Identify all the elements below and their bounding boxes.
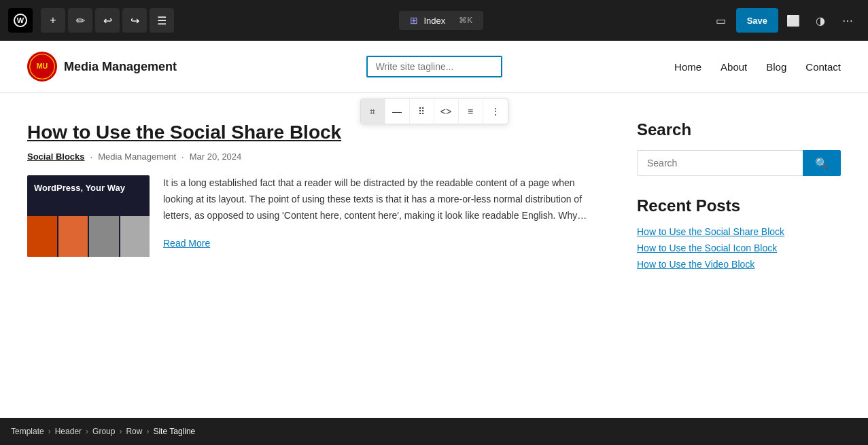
recent-post-link-3[interactable]: How to Use the Video Block	[637, 259, 841, 270]
breadcrumb-site-tagline[interactable]: Site Tagline	[153, 427, 195, 436]
breadcrumb-sep-3: ›	[119, 427, 122, 436]
breadcrumb-sep-1: ›	[48, 427, 51, 436]
read-more-link[interactable]: Read More	[163, 238, 210, 249]
block-toolbar-more[interactable]: ⋮	[483, 99, 508, 124]
breadcrumb-sep-4: ›	[146, 427, 149, 436]
breadcrumb-row[interactable]: Row	[126, 427, 142, 436]
thumb-swatch-1	[27, 216, 57, 257]
search-input[interactable]	[637, 150, 803, 176]
content-left: How to Use the Social Share Block Social…	[27, 120, 637, 431]
svg-text:MU: MU	[37, 62, 48, 70]
recent-posts-section: Recent Posts How to Use the Social Share…	[637, 196, 841, 270]
align-left-icon: —	[392, 106, 402, 117]
sidebar: Search 🔍 Recent Posts How to Use the Soc…	[637, 120, 841, 431]
nav-home[interactable]: Home	[674, 61, 701, 73]
layout-icon: ⊞	[410, 15, 418, 26]
thumb-swatch-2	[58, 216, 88, 257]
canvas: MU Media Management Home About Blog Cont…	[0, 41, 868, 445]
list-item: How to Use the Social Share Block	[637, 226, 841, 237]
breadcrumb-header[interactable]: Header	[55, 427, 82, 436]
meta-separator-2: ·	[181, 152, 184, 162]
site-tagline-input[interactable]	[366, 56, 502, 77]
undo-button[interactable]: ↩	[95, 8, 120, 33]
block-toolbar: ⌗ — ⠿ <> ≡ ⋮	[360, 99, 508, 124]
search-title: Search	[637, 120, 841, 139]
thumbnail-overlay	[27, 216, 150, 257]
more-icon: ⋯	[842, 14, 853, 27]
post-date: Mar 20, 2024	[190, 152, 242, 162]
post-category[interactable]: Social Blocks	[27, 152, 85, 162]
nav-contact[interactable]: Contact	[805, 61, 841, 73]
redo-icon: ↪	[131, 14, 139, 27]
nav-blog[interactable]: Blog	[766, 61, 786, 73]
search-button[interactable]: 🔍	[803, 150, 841, 176]
desktop-icon: ▭	[716, 14, 726, 27]
save-button[interactable]: Save	[736, 8, 778, 33]
breadcrumb-sep-2: ›	[86, 427, 88, 436]
site-header: MU Media Management Home About Blog Cont…	[0, 41, 868, 93]
thumbnail-text: WordPress, Your Way	[27, 175, 150, 201]
desktop-view-button[interactable]: ▭	[709, 8, 733, 33]
list-item: How to Use the Video Block	[637, 259, 841, 270]
logo-svg: MU	[29, 54, 55, 79]
post-meta: Social Blocks · Media Management · Mar 2…	[27, 152, 596, 162]
redo-button[interactable]: ↪	[122, 8, 147, 33]
text-align-icon: ≡	[468, 106, 473, 117]
undo-icon: ↩	[103, 14, 112, 27]
search-section: Search 🔍	[637, 120, 841, 176]
meta-separator: ·	[90, 152, 93, 162]
post-excerpt: It is a long established fact that a rea…	[163, 175, 596, 224]
tagline-wrapper	[366, 56, 502, 77]
menu-icon: ☰	[157, 14, 167, 27]
contrast-icon: ◑	[816, 14, 825, 27]
index-pill[interactable]: ⊞ Index ⌘K	[399, 11, 483, 30]
contrast-button[interactable]: ◑	[808, 8, 833, 33]
top-toolbar: + ✏ ↩ ↪ ☰ ⊞ Index ⌘K ▭ Save ⬜ ◑ ⋯	[0, 0, 868, 41]
site-nav: Home About Blog Contact	[674, 61, 841, 73]
block-toolbar-dots[interactable]: ⠿	[410, 99, 434, 124]
breadcrumb-bar: Template › Header › Group › Row › Site T…	[0, 418, 868, 445]
wp-logo-icon	[14, 14, 27, 27]
code-icon: <>	[440, 106, 451, 117]
dots-icon: ⠿	[418, 106, 425, 117]
list-item: How to Use the Social Icon Block	[637, 243, 841, 253]
block-toolbar-select[interactable]: ⌗	[361, 99, 385, 124]
post-author: Media Management	[98, 152, 176, 162]
block-toolbar-text-align[interactable]: ≡	[459, 99, 483, 124]
block-toolbar-align-left[interactable]: —	[385, 99, 410, 124]
post-thumbnail: WordPress, Your Way	[27, 175, 150, 257]
index-shortcut: ⌘K	[459, 16, 472, 25]
sidebar-icon: ⬜	[786, 14, 800, 27]
recent-posts-title: Recent Posts	[637, 196, 841, 215]
search-row: 🔍	[637, 150, 841, 176]
vertical-dots-icon: ⋮	[491, 106, 500, 117]
thumb-swatch-4	[120, 216, 150, 257]
search-icon: 🔍	[815, 157, 829, 170]
recent-posts-list: How to Use the Social Share Block How to…	[637, 226, 841, 270]
index-label: Index	[423, 16, 445, 26]
thumb-swatch-3	[89, 216, 119, 257]
recent-post-link-2[interactable]: How to Use the Social Icon Block	[637, 243, 841, 253]
toolbar-right: ▭ Save ⬜ ◑ ⋯	[709, 8, 860, 33]
site-logo-area: MU Media Management	[27, 52, 177, 82]
post-title[interactable]: How to Use the Social Share Block	[27, 120, 596, 145]
pencil-icon: ✏	[76, 14, 85, 27]
toolbar-center: ⊞ Index ⌘K	[177, 11, 706, 30]
sidebar-toggle-button[interactable]: ⬜	[781, 8, 805, 33]
wordpress-logo[interactable]	[8, 8, 33, 33]
post-body: WordPress, Your Way It is a long establi…	[27, 175, 596, 257]
recent-post-link-1[interactable]: How to Use the Social Share Block	[637, 226, 841, 237]
breadcrumb-template[interactable]: Template	[11, 427, 44, 436]
main-content: How to Use the Social Share Block Social…	[0, 93, 868, 445]
add-block-button[interactable]: +	[41, 8, 65, 33]
menu-button[interactable]: ☰	[150, 8, 174, 33]
site-logo[interactable]: MU	[27, 52, 57, 82]
nav-about[interactable]: About	[721, 61, 747, 73]
block-toolbar-code[interactable]: <>	[434, 99, 459, 124]
site-title: Media Management	[64, 60, 177, 74]
breadcrumb-group[interactable]: Group	[92, 427, 115, 436]
more-options-button[interactable]: ⋯	[835, 8, 860, 33]
select-icon: ⌗	[370, 106, 375, 118]
post-excerpt-area: It is a long established fact that a rea…	[163, 175, 596, 257]
edit-mode-button[interactable]: ✏	[68, 8, 92, 33]
